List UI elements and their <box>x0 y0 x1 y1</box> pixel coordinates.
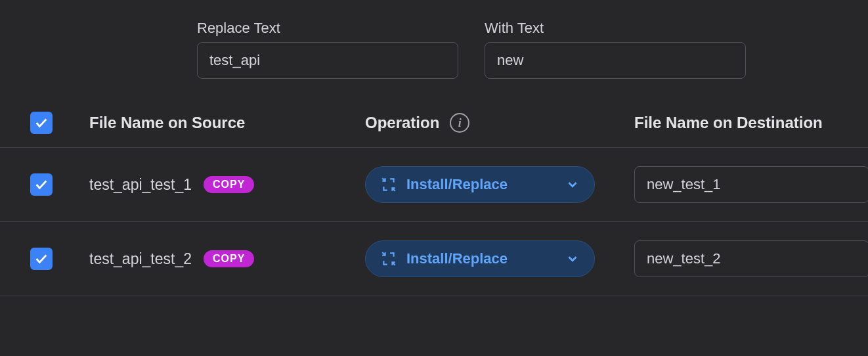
with-text-group: With Text <box>485 20 746 79</box>
row-checkbox[interactable] <box>30 248 53 270</box>
column-source-title: File Name on Source <box>89 114 365 132</box>
select-all-checkbox[interactable] <box>30 112 53 134</box>
destination-cell <box>634 166 868 203</box>
column-destination-title: File Name on Destination <box>634 114 868 132</box>
operation-label: Install/Replace <box>406 176 556 193</box>
copy-badge: COPY <box>204 250 254 267</box>
destination-cell <box>634 240 868 277</box>
replace-text-label: Replace Text <box>197 20 458 37</box>
swap-icon <box>380 176 397 193</box>
operation-select[interactable]: Install/Replace <box>365 166 595 203</box>
check-icon <box>34 252 49 266</box>
file-table-header: File Name on Source Operation i File Nam… <box>0 99 868 148</box>
row-checkbox[interactable] <box>30 173 53 196</box>
operation-select[interactable]: Install/Replace <box>365 240 595 277</box>
check-icon <box>34 177 49 192</box>
replace-text-input[interactable] <box>197 42 458 79</box>
info-icon[interactable]: i <box>450 113 469 133</box>
select-all-cell <box>30 112 89 134</box>
destination-input[interactable] <box>634 166 868 203</box>
source-cell: test_api_test_1 COPY <box>89 176 365 194</box>
check-icon <box>34 116 49 130</box>
with-text-label: With Text <box>485 20 746 37</box>
row-select-cell <box>30 248 89 270</box>
swap-icon <box>380 250 397 267</box>
with-text-input[interactable] <box>485 42 746 79</box>
source-cell: test_api_test_2 COPY <box>89 250 365 268</box>
chevron-down-icon <box>565 252 580 266</box>
table-row: test_api_test_2 COPY Install/Replace <box>0 222 868 296</box>
source-filename: test_api_test_2 <box>89 250 192 268</box>
destination-input[interactable] <box>634 240 868 277</box>
source-filename: test_api_test_1 <box>89 176 192 194</box>
row-select-cell <box>30 173 89 196</box>
table-row: test_api_test_1 COPY Install/Replace <box>0 148 868 222</box>
column-operation-label: Operation <box>365 114 439 132</box>
chevron-down-icon <box>565 177 580 192</box>
copy-badge: COPY <box>204 176 254 193</box>
replace-text-group: Replace Text <box>197 20 458 79</box>
replace-with-section: Replace Text With Text <box>0 0 868 99</box>
operation-label: Install/Replace <box>406 250 556 267</box>
operation-cell: Install/Replace <box>365 166 634 203</box>
column-operation-title: Operation i <box>365 113 634 133</box>
operation-cell: Install/Replace <box>365 240 634 277</box>
